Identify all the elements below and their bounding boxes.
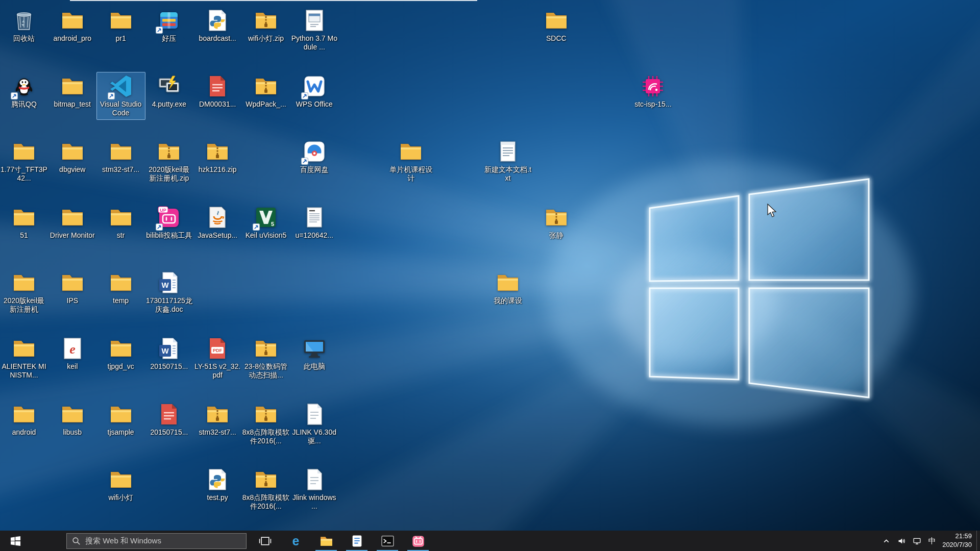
desktop-icon[interactable]: wifi小灯 [96, 465, 145, 505]
desktop-icon[interactable]: tjsample [96, 400, 145, 439]
desktop-icon-label: tjpgd_vc [108, 362, 134, 371]
desktop-icon-label: WPS Office [296, 100, 333, 109]
network-icon[interactable] [909, 531, 924, 551]
desktop-icon[interactable]: Jlink windows ... [290, 465, 339, 513]
desktop-icon[interactable]: u=120642... [290, 203, 339, 242]
desktop-icon[interactable]: 1.77寸_TFT3P42... [0, 137, 48, 185]
pdf-icon: PDF [205, 336, 230, 361]
desktop-icon[interactable]: bitmap_test [48, 72, 97, 111]
desktop-icon[interactable]: temp [96, 268, 145, 308]
shortcut-arrow-icon [108, 92, 115, 99]
cmd-icon [381, 534, 395, 548]
baidu-icon [302, 139, 327, 164]
reddoc-icon [157, 402, 181, 427]
desktop-icon-label: 23-8位数码管动态扫描... [242, 362, 290, 380]
volume-icon[interactable] [894, 531, 909, 551]
edge-button[interactable]: e [280, 531, 311, 551]
desktop-icon[interactable]: SDCC [532, 6, 581, 45]
folder-icon [12, 205, 36, 230]
bilibili-button[interactable] [403, 531, 433, 551]
desktop-icon[interactable]: IPS [48, 268, 97, 308]
desktop-icon[interactable]: android [0, 400, 48, 439]
desktop-icon[interactable]: pr1 [96, 6, 145, 45]
show-desktop-button[interactable] [976, 531, 980, 551]
desktop-icon[interactable]: ekeil [48, 334, 97, 373]
taskbar-clock[interactable]: 21:59 2020/7/30 [940, 532, 976, 549]
desktop-icon[interactable]: 8x8点阵取模软件2016(... [241, 465, 290, 513]
desktop-icon[interactable]: 2020版keil最新注册机.zip [144, 137, 193, 185]
zip-icon [254, 8, 278, 33]
document-app-button[interactable] [341, 531, 372, 551]
desktop-icon[interactable]: hzk1216.zip [193, 137, 242, 177]
desktop-icon[interactable]: 4.putty.exe [144, 72, 193, 111]
desktop-icon-label: Driver Monitor [50, 231, 95, 240]
desktop-icon[interactable]: str [96, 203, 145, 242]
desktop-icon[interactable]: 百度网盘 [290, 137, 339, 177]
desktop-icon[interactable]: 张静 [532, 203, 581, 242]
desktop-icon[interactable]: UPbilibili投稿工具 [144, 203, 193, 242]
desktop-icon-label: 腾讯QQ [11, 100, 37, 109]
desktop-icon[interactable]: dbgview [48, 137, 97, 177]
desktop-icon-label: 4.putty.exe [152, 100, 186, 109]
this-pc-icon [302, 336, 327, 361]
desktop-icon[interactable]: Python 3.7 Module ... [290, 6, 339, 54]
desktop-icon[interactable]: stc-isp-15... [628, 72, 677, 111]
desktop-icon[interactable]: 8x8点阵取模软件2016(... [241, 400, 290, 448]
desktop-icon[interactable]: 2020版keil最新注册机 [0, 268, 48, 316]
desktop-icon[interactable]: 5Keil uVision5 [241, 203, 290, 242]
svg-text:PDF: PDF [213, 348, 223, 353]
desktop-icon[interactable]: 腾讯QQ [0, 72, 48, 111]
ime-indicator[interactable]: 中 [924, 531, 940, 551]
desktop-icon[interactable]: 23-8位数码管动态扫描... [241, 334, 290, 382]
desktop-icon[interactable]: Driver Monitor [48, 203, 97, 242]
desktop-icon[interactable]: android_pro [48, 6, 97, 45]
desktop-icon[interactable]: libusb [48, 400, 97, 439]
desktop-icon[interactable]: WpdPack_... [241, 72, 290, 111]
desktop-icon[interactable]: 此电脑 [290, 334, 339, 373]
task-view-button[interactable] [250, 531, 280, 551]
folder-icon [109, 270, 133, 295]
folder-icon [60, 402, 85, 427]
tray-chevron-up-icon[interactable] [878, 531, 894, 551]
textfile-icon [302, 205, 327, 230]
java-icon [205, 205, 230, 230]
desktop-icon-label: boardcast... [199, 34, 236, 43]
desktop-icon[interactable]: 新建文本文档.txt [483, 137, 532, 185]
desktop-icon[interactable]: wifi小灯.zip [241, 6, 290, 45]
python-icon [205, 8, 230, 33]
taskbar-search-box[interactable]: 搜索 Web 和 Windows [66, 533, 247, 549]
desktop-icon[interactable]: 好压 [144, 6, 193, 45]
desktop-icon[interactable]: 回收站 [0, 6, 48, 45]
desktop-icon[interactable]: JavaSetup... [193, 203, 242, 242]
desktop-icon[interactable]: tjpgd_vc [96, 334, 145, 373]
desktop-icon[interactable]: WPS Office [290, 72, 339, 111]
desktop-icon-label: 8x8点阵取模软件2016(... [242, 428, 290, 445]
desktop-icon-label: 1730117125龙庆鑫.doc [145, 296, 193, 314]
shortcut-arrow-icon [253, 223, 260, 231]
desktop-icon-label: keil [67, 362, 78, 371]
desktop-icon[interactable]: PDFLY-51S v2_32.pdf [193, 334, 242, 382]
desktop-icon[interactable]: stm32-st7... [96, 137, 145, 177]
command-prompt-button[interactable] [372, 531, 403, 551]
desktop-icon[interactable]: 20150715... [144, 400, 193, 439]
desktop-icon[interactable]: 51 [0, 203, 48, 242]
mouse-cursor [767, 204, 777, 219]
desktop-icon[interactable]: Visual Studio Code [96, 72, 145, 120]
desktop-icon[interactable]: JLINK V6.30d驱... [290, 400, 339, 448]
start-button[interactable] [0, 531, 31, 551]
desktop-icon[interactable]: 单片机课程设计 [386, 137, 435, 185]
desktop-icon[interactable]: W1730117125龙庆鑫.doc [144, 268, 193, 316]
desktop-icon[interactable]: ALIENTEK MINISTM... [0, 334, 48, 382]
desktop-icon[interactable]: DM00031... [193, 72, 242, 111]
file-explorer-button[interactable] [311, 531, 341, 551]
desktop-icon[interactable]: 我的课设 [483, 268, 532, 308]
desktop-icon-label: 20150715... [150, 428, 188, 437]
folder-icon [109, 336, 133, 361]
shortcut-arrow-icon [156, 27, 163, 34]
desktop-icon[interactable]: stm32-st7... [193, 400, 242, 439]
desktop-icon[interactable]: W20150715... [144, 334, 193, 373]
desktop-icon[interactable]: test.py [193, 465, 242, 505]
desktop-icon[interactable]: boardcast... [193, 6, 242, 45]
desktop-icon-label: stm32-st7... [199, 428, 236, 437]
desktop-icon-label: hzk1216.zip [199, 165, 237, 174]
